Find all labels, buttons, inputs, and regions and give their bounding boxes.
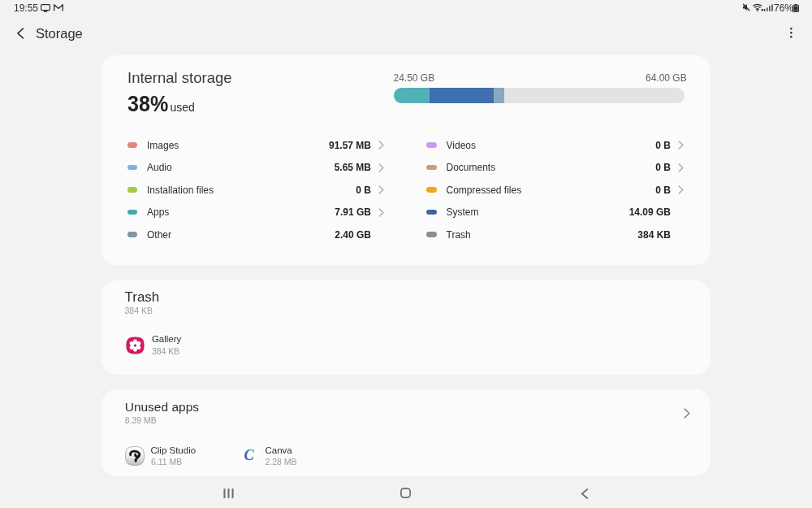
svg-text:C: C bbox=[244, 447, 254, 463]
